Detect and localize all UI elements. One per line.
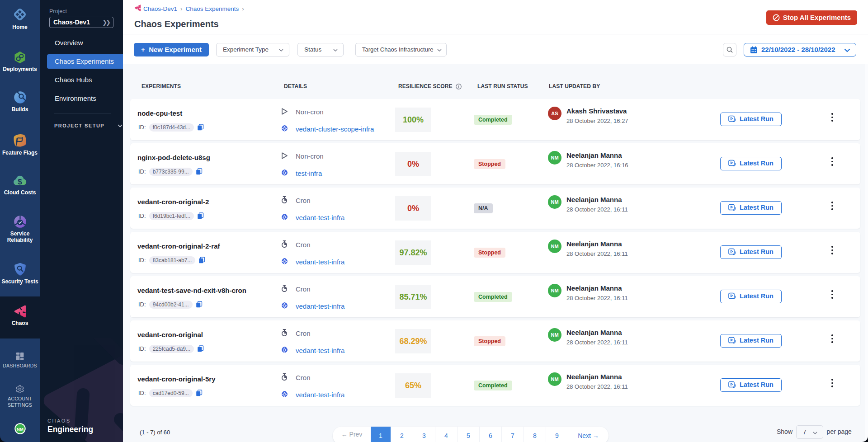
svg-text:NM: NM [17, 427, 24, 432]
svg-text:$: $ [18, 178, 22, 186]
